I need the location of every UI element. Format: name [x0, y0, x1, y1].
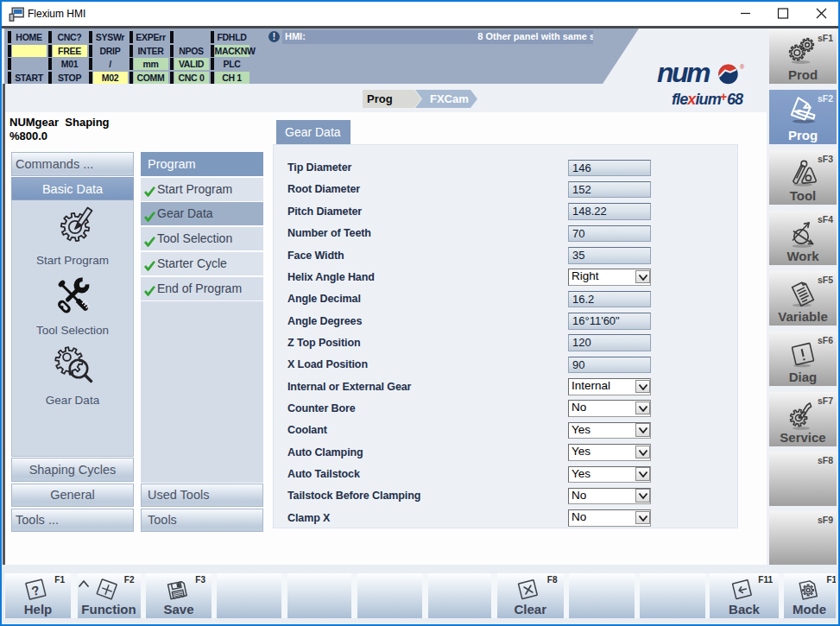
svg-text:?: ? [30, 582, 41, 598]
svg-text:®: ® [740, 64, 745, 70]
